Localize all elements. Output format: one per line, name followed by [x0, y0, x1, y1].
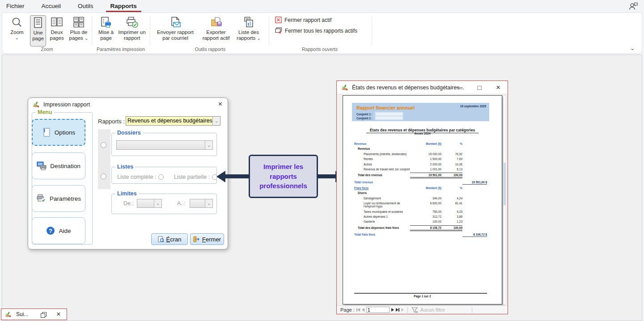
preview-statusbar: Page : Aucun filtre [337, 305, 508, 314]
fermer-button[interactable]: Fermer [190, 233, 224, 245]
chevron-down-icon[interactable]: ⌄ [212, 117, 220, 125]
zoom-button[interactable]: Zoom ⌄ [6, 15, 28, 46]
group-label-zoom: Zoom [16, 46, 78, 52]
a-combobox[interactable]: ⌄ [190, 199, 213, 208]
collapse-ribbon-chevron-icon[interactable]: ⌄ [630, 45, 635, 51]
exporter-rapport-button[interactable]: Exporter rapport actif [199, 15, 233, 46]
menu-item-parametres[interactable]: Paramètres [32, 185, 85, 212]
mise-a-page-button[interactable]: Mise à page [95, 15, 117, 46]
page-number-input[interactable] [366, 307, 390, 313]
table-row: Revenus de travail nets 1er conjoint1 00… [354, 168, 487, 171]
group-label-rapports-ouverts: Rapports ouverts [266, 46, 373, 52]
rapports-label: Rapports : [98, 118, 125, 125]
filter-icon[interactable] [411, 307, 419, 313]
liste-partielle-label: Liste partielle : [174, 174, 210, 180]
group-label-outils-rapports: Outils rapports [154, 46, 266, 52]
fermer-tous-rapports-button[interactable]: Fermer tous les rapports actifs [275, 27, 357, 34]
menu-item-destination[interactable]: Destination [32, 152, 85, 179]
options-icon [42, 127, 51, 137]
conjoint2-label: Conjoint 2 : [356, 117, 373, 120]
close-icon[interactable]: × [218, 100, 222, 108]
deux-pages-button[interactable]: Deux pages [47, 15, 67, 46]
statusbar-separator [472, 307, 472, 313]
liste-complete-label: Liste complète : [117, 174, 157, 180]
preview-titlebar[interactable]: États des revenus et dépenses budgétaire… [337, 81, 508, 94]
report-page: Rapport financier annnuel Conjoint 1 : C… [343, 95, 502, 304]
liste-des-rapports-button[interactable]: Liste des rapports ⌄ [235, 15, 263, 46]
limites-groupbox: Limites De.: ⌄ A..: ⌄ [111, 194, 217, 214]
tab-rapports[interactable]: Rapports [106, 0, 141, 12]
tab-outils[interactable]: Outils [73, 0, 98, 12]
dossiers-combobox[interactable]: ⌄ [116, 140, 213, 150]
menu-legend: Menu [36, 109, 54, 115]
revenus-table: Revenus Montant ($) % Revenus Placements… [354, 142, 487, 186]
menu-item-options[interactable]: Options [32, 119, 85, 146]
rapports-combobox[interactable]: Revenus et dépenses budgétaires pa ⌄ [126, 116, 220, 126]
listes-radio[interactable] [101, 173, 106, 179]
table-row: Rentes1 500,007,69 [354, 157, 487, 160]
envoyer-rapport-button[interactable]: Envoyer rapport par courriel [154, 15, 196, 46]
chevron-down-icon: ⌄ [15, 37, 19, 39]
table-row: Déneigement344,004,24 [354, 197, 487, 200]
plus-de-pages-button[interactable]: Plus de pages ⌄ [68, 15, 90, 46]
imprimer-un-rapport-button[interactable]: Imprimer un rapport [118, 15, 146, 46]
minimize-icon[interactable]: — [452, 81, 467, 94]
liste-complete-radio[interactable] [158, 174, 164, 180]
report-year: Année 2024 [343, 132, 502, 135]
app-logo-icon [33, 101, 40, 108]
close-icon[interactable]: × [491, 81, 506, 94]
fermer-rapport-actif-button[interactable]: Fermer rapport actif [275, 17, 331, 23]
group-separator [92, 17, 92, 45]
close-icon[interactable]: × [56, 310, 60, 318]
dossiers-legend: Dossiers [115, 130, 143, 136]
dialog-titlebar[interactable]: Impression rapport × [28, 98, 228, 111]
prev-page-icon[interactable] [362, 307, 364, 313]
last-page-icon[interactable] [396, 307, 399, 313]
export-folder-icon [210, 17, 222, 28]
de-combobox[interactable]: ⌄ [137, 199, 162, 208]
table-row: Taxes municipales et scolaires750,009,25 [354, 210, 487, 213]
report-date: 16 septembre 2025 [460, 105, 486, 108]
de-label: De.: [123, 200, 134, 207]
scrollbar-thumb[interactable] [504, 163, 506, 205]
impression-rapport-dialog: Impression rapport × Menu Options Destin… [28, 97, 228, 249]
grand-total-row: Total frais fixes8 106,72 $ [354, 233, 487, 237]
chevron-down-icon[interactable]: ⌄ [205, 199, 212, 207]
maximize-icon[interactable]: □ [472, 81, 487, 94]
menu-item-aide[interactable]: ? Aide [32, 217, 85, 244]
statusbar-separator [407, 307, 408, 313]
tab-accueil[interactable]: Accueil [37, 0, 66, 12]
redacted-name [375, 116, 403, 120]
conjoint1-label: Conjoint 1 : [356, 113, 373, 116]
ribbon-tab-bar: Fichier Accueil Outils Rapports [0, 0, 644, 13]
une-page-button[interactable]: Une page [30, 15, 46, 46]
ecran-button[interactable]: Écran [151, 233, 188, 245]
dossiers-radio[interactable] [101, 142, 106, 148]
group-separator [269, 17, 269, 45]
page-footer: Page 1 sur 2 [343, 295, 502, 298]
next-page-icon[interactable] [391, 307, 394, 313]
new-page-icon[interactable] [401, 307, 404, 313]
filter-status-label: Aucun filtre [420, 307, 445, 313]
account-feedback-icon[interactable] [629, 2, 638, 10]
redacted-name [375, 112, 403, 116]
two-pages-icon [51, 17, 63, 28]
report-preview-window: États des revenus et dépenses budgétaire… [336, 80, 508, 314]
preview-title: États des revenus et dépenses budgétaire… [352, 84, 464, 91]
table-header-row: Frais fixes Montant ($) % [354, 186, 487, 190]
chevron-down-icon[interactable]: ⌄ [205, 141, 212, 149]
ribbon: Zoom ⌄ Une page Deux pages Plus de pages… [2, 13, 642, 54]
option-strip [98, 129, 110, 189]
minimized-window-suivi[interactable]: Sui... × [1, 308, 67, 320]
chevron-down-icon[interactable]: ⌄ [154, 199, 161, 207]
frais-fixes-table: Frais fixes Montant ($) % Divers Déneige… [354, 186, 487, 239]
report-banner-title: Rapport financier annnuel [356, 105, 415, 110]
first-page-icon[interactable] [356, 307, 360, 313]
footer-rule [354, 293, 487, 294]
vertical-scrollbar[interactable] [503, 95, 506, 304]
table-row: Autres2 000,0010,26 [354, 163, 487, 166]
restore-icon[interactable] [41, 312, 46, 317]
tab-fichier[interactable]: Fichier [2, 0, 29, 12]
listes-groupbox: Listes Liste complète : Liste partielle … [111, 167, 217, 184]
left-arrow-shaft [225, 174, 250, 178]
